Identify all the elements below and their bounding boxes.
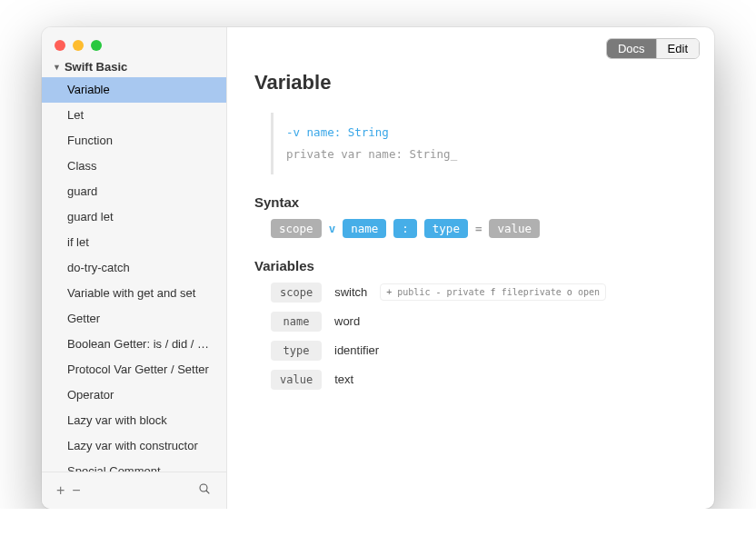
- variable-switch-options: +public-privateffileprivateoopen: [380, 283, 606, 301]
- sidebar-folder[interactable]: ▼ Swift Basic: [42, 60, 226, 77]
- variable-name-chip: value: [271, 370, 322, 390]
- sidebar-item[interactable]: Special Comment: [42, 459, 226, 472]
- sidebar-item[interactable]: Variable with get and set: [42, 281, 226, 306]
- sidebar-folder-label: Swift Basic: [65, 60, 127, 74]
- sidebar-item[interactable]: do-try-catch: [42, 255, 226, 281]
- variable-name-chip: name: [271, 312, 322, 332]
- code-trigger-line: -v name: String: [286, 122, 674, 144]
- syntax-token-value: value: [489, 219, 540, 238]
- sidebar-item[interactable]: Protocol Var Getter / Setter: [42, 357, 226, 382]
- sidebar-item[interactable]: guard let: [42, 204, 226, 230]
- variables-heading: Variables: [254, 258, 687, 273]
- variable-desc: switch: [334, 285, 367, 299]
- variable-desc: word: [334, 314, 360, 328]
- sidebar-item[interactable]: Lazy var with constructor: [42, 433, 226, 459]
- search-icon[interactable]: [194, 480, 215, 501]
- app-window: ▼ Swift Basic VariableLetFunctionClassgu…: [42, 27, 714, 509]
- sidebar-item[interactable]: Let: [42, 103, 226, 128]
- svg-line-1: [206, 491, 209, 493]
- syntax-token-eq: =: [475, 222, 482, 235]
- variable-name-chip: type: [271, 341, 322, 361]
- sidebar-item[interactable]: Boolean Getter: is / did / ha...: [42, 332, 226, 357]
- sidebar-item[interactable]: Getter: [42, 306, 226, 332]
- page-title: Variable: [254, 71, 687, 94]
- sidebar-item[interactable]: guard: [42, 179, 226, 204]
- window-controls: [42, 27, 226, 60]
- sidebar-item[interactable]: Function: [42, 128, 226, 154]
- syntax-heading: Syntax: [254, 194, 687, 210]
- variable-desc: identifier: [334, 343, 379, 357]
- remove-icon[interactable]: [68, 481, 84, 501]
- edit-tab[interactable]: Edit: [656, 39, 699, 58]
- variable-row: nameword: [271, 312, 687, 332]
- sidebar-item[interactable]: Operator: [42, 382, 226, 408]
- sidebar-list: VariableLetFunctionClassguardguard letif…: [42, 77, 226, 472]
- syntax-token-type: type: [424, 219, 468, 238]
- syntax-token-v: v: [329, 222, 336, 235]
- sidebar-footer: [42, 472, 226, 509]
- variables-list: scopeswitch+public-privateffileprivateoo…: [271, 283, 687, 390]
- docs-tab[interactable]: Docs: [607, 39, 656, 58]
- add-icon[interactable]: [53, 481, 68, 501]
- sidebar-item[interactable]: Class: [42, 154, 226, 179]
- close-icon[interactable]: [55, 40, 65, 51]
- variable-row: typeidentifier: [271, 341, 687, 361]
- variable-name-chip: scope: [271, 283, 322, 303]
- sidebar: ▼ Swift Basic VariableLetFunctionClassgu…: [42, 27, 227, 509]
- code-example: -v name: String private var name: String: [271, 113, 687, 174]
- sidebar-item[interactable]: if let: [42, 230, 226, 255]
- code-expansion-line: private var name: String: [286, 144, 674, 165]
- syntax-token-scope: scope: [271, 219, 322, 238]
- disclosure-triangle-icon[interactable]: ▼: [53, 63, 61, 72]
- main-content: Docs Edit Variable -v name: String priva…: [227, 27, 714, 509]
- variable-row: valuetext: [271, 370, 687, 390]
- variable-row: scopeswitch+public-privateffileprivateoo…: [271, 283, 687, 303]
- syntax-token-colon: :: [393, 219, 417, 238]
- mode-segmented-control[interactable]: Docs Edit: [606, 38, 700, 59]
- sidebar-item[interactable]: Variable: [42, 77, 226, 103]
- syntax-row: scope v name : type = value: [271, 219, 687, 238]
- svg-point-0: [200, 484, 207, 491]
- minimize-icon[interactable]: [73, 40, 84, 51]
- zoom-icon[interactable]: [91, 40, 102, 51]
- variable-desc: text: [334, 372, 353, 386]
- syntax-token-name: name: [343, 219, 386, 238]
- sidebar-item[interactable]: Lazy var with block: [42, 408, 226, 433]
